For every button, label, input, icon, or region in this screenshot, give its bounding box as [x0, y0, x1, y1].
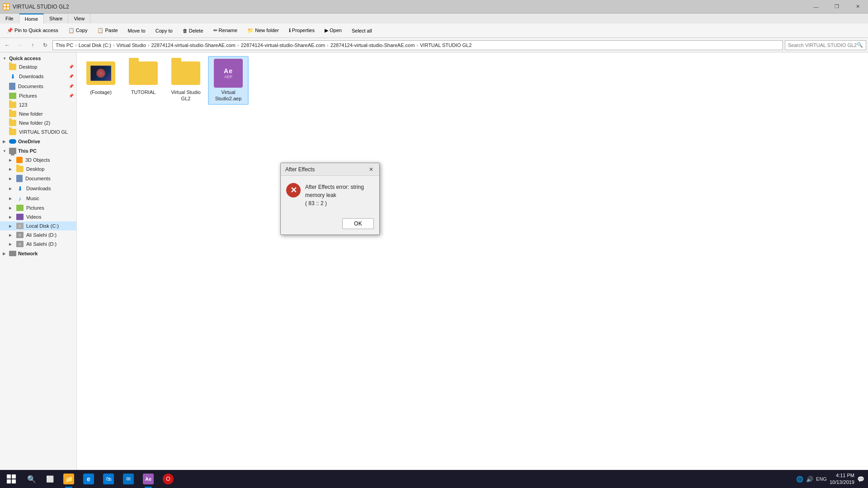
dialog-error-line2: ( 83 :: 2 ) [305, 199, 374, 207]
error-icon: ✕ [286, 183, 301, 197]
taskbar-store[interactable]: 🛍 [99, 470, 118, 488]
dialog-footer: OK [281, 215, 379, 235]
dialog-close-button[interactable]: ✕ [367, 165, 376, 174]
taskbar-aftereffects[interactable]: Ae [138, 470, 158, 488]
store-icon: 🛍 [103, 474, 114, 484]
dialog-title-bar: After Effects ✕ [281, 163, 379, 176]
dialog-message: After Effects error: string memory leak … [305, 183, 374, 207]
taskbar: 🔍 ⬜ 📁 e 🛍 ✉ Ae O 🌐 🔊 [0, 470, 868, 488]
tray-time-value: 4:11 PM [830, 472, 854, 479]
fileexplorer-icon: 📁 [63, 474, 74, 484]
opera-icon: O [163, 474, 174, 484]
taskbar-fileexplorer[interactable]: 📁 [59, 470, 79, 488]
edge-icon: e [83, 474, 94, 484]
taskbar-search-button[interactable]: 🔍 [23, 470, 41, 488]
taskbar-edge[interactable]: e [79, 470, 99, 488]
taskbar-opera[interactable]: O [158, 470, 178, 488]
dialog-title: After Effects [285, 166, 315, 173]
tray-network-icon[interactable]: 🌐 [796, 476, 803, 483]
start-icon [7, 474, 16, 483]
mail-icon: ✉ [123, 474, 134, 484]
start-button[interactable] [0, 470, 23, 488]
tray-clock[interactable]: 4:11 PM 10/13/2019 [830, 472, 854, 486]
after-effects-dialog: After Effects ✕ ✕ After Effects error: s… [280, 163, 380, 235]
dialog-body: ✕ After Effects error: string memory lea… [281, 176, 379, 215]
tray-volume-icon[interactable]: 🔊 [806, 476, 813, 483]
dialog-ok-button[interactable]: OK [342, 218, 374, 229]
tray-lang[interactable]: ENG [816, 476, 827, 482]
dialog-overlay: After Effects ✕ ✕ After Effects error: s… [0, 0, 868, 470]
dialog-error-line1: After Effects error: string memory leak [305, 183, 374, 199]
aftereffects-icon: Ae [143, 474, 154, 484]
taskbar-mail[interactable]: ✉ [118, 470, 138, 488]
system-tray: 🌐 🔊 ENG 4:11 PM 10/13/2019 💬 [793, 472, 868, 486]
taskview-button[interactable]: ⬜ [41, 470, 59, 488]
tray-notification-icon[interactable]: 💬 [857, 476, 864, 483]
tray-date-value: 10/13/2019 [830, 479, 854, 486]
